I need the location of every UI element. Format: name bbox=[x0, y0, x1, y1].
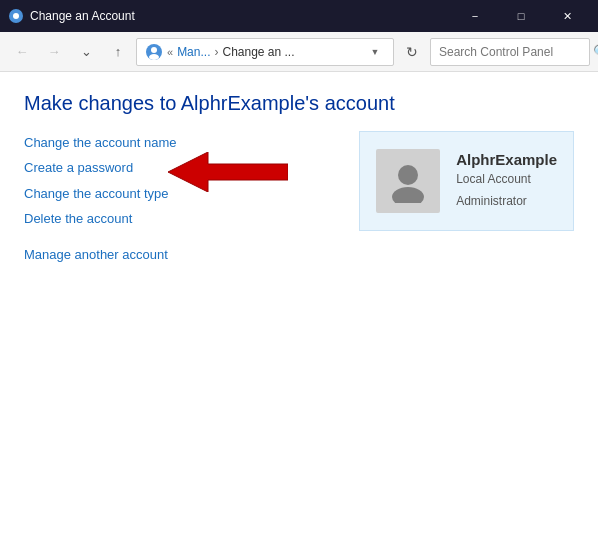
search-box[interactable]: 🔍 bbox=[430, 38, 590, 66]
account-type-line1: Local Account bbox=[456, 170, 557, 189]
breadcrumb-man[interactable]: Man... bbox=[177, 45, 210, 59]
close-button[interactable]: ✕ bbox=[544, 0, 590, 32]
search-input[interactable] bbox=[439, 45, 589, 59]
create-password-link[interactable]: Create a password bbox=[24, 156, 335, 179]
breadcrumb-change[interactable]: Change an ... bbox=[222, 45, 294, 59]
svg-point-6 bbox=[392, 187, 424, 203]
avatar-icon bbox=[386, 159, 430, 203]
search-icon[interactable]: 🔍 bbox=[593, 44, 598, 59]
manage-another-account-link[interactable]: Manage another account bbox=[24, 243, 335, 266]
svg-point-4 bbox=[149, 54, 159, 60]
minimize-button[interactable]: − bbox=[452, 0, 498, 32]
address-bar: ← → ⌄ ↑ « Man... › Change an ... ▼ ↻ 🔍 bbox=[0, 32, 598, 72]
titlebar-title: Change an Account bbox=[30, 9, 135, 23]
recent-locations-button[interactable]: ⌄ bbox=[72, 38, 100, 66]
links-section: Change the account name Create a passwor… bbox=[24, 131, 335, 266]
account-name: AlphrExample bbox=[456, 151, 557, 168]
page-heading: Make changes to AlphrExample's account bbox=[24, 92, 574, 115]
window-controls: − □ ✕ bbox=[452, 0, 590, 32]
svg-point-3 bbox=[151, 47, 157, 53]
change-account-type-link[interactable]: Change the account type bbox=[24, 182, 335, 205]
account-info: AlphrExample Local Account Administrator bbox=[456, 151, 557, 210]
change-account-name-link[interactable]: Change the account name bbox=[24, 131, 335, 154]
content-area: Change the account name Create a passwor… bbox=[24, 131, 574, 266]
main-content: Make changes to AlphrExample's account C… bbox=[0, 72, 598, 286]
refresh-button[interactable]: ↻ bbox=[398, 38, 426, 66]
breadcrumb-bar[interactable]: « Man... › Change an ... ▼ bbox=[136, 38, 394, 66]
forward-button[interactable]: → bbox=[40, 38, 68, 66]
breadcrumb-dropdown-button[interactable]: ▼ bbox=[365, 47, 385, 57]
svg-point-1 bbox=[13, 13, 19, 19]
avatar bbox=[376, 149, 440, 213]
maximize-button[interactable]: □ bbox=[498, 0, 544, 32]
breadcrumb-prefix: « bbox=[167, 46, 173, 58]
account-card: AlphrExample Local Account Administrator bbox=[359, 131, 574, 231]
delete-account-link[interactable]: Delete the account bbox=[24, 207, 335, 230]
titlebar-app-icon bbox=[8, 8, 24, 24]
breadcrumb-separator: › bbox=[214, 45, 218, 59]
back-button[interactable]: ← bbox=[8, 38, 36, 66]
titlebar: Change an Account − □ ✕ bbox=[0, 0, 598, 32]
account-type-line2: Administrator bbox=[456, 192, 557, 211]
up-button[interactable]: ↑ bbox=[104, 38, 132, 66]
svg-point-5 bbox=[398, 165, 418, 185]
breadcrumb-icon bbox=[145, 43, 163, 61]
